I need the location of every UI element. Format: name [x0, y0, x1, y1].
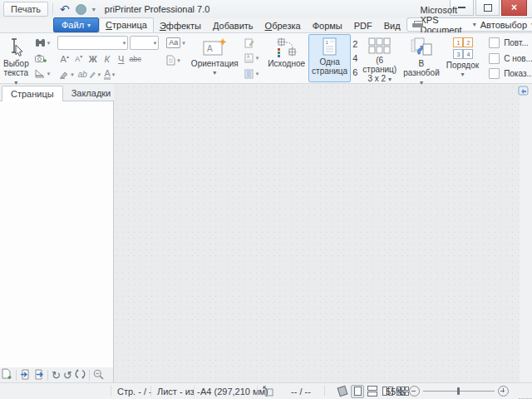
font-group: ▾ ▾ А▴ А▾ Ж К Ч abc ▾	[56, 34, 160, 82]
resize-grip[interactable]	[519, 391, 532, 399]
insert-page-after-button[interactable]	[33, 369, 44, 382]
view-single-page-button[interactable]	[351, 385, 364, 398]
one-page-button[interactable]: 1 Одна страница	[308, 34, 351, 82]
tab-view[interactable]: Вид	[378, 19, 406, 32]
pages-thumbnail-panel[interactable]	[0, 101, 114, 367]
zoom-out-button[interactable]	[93, 369, 104, 382]
panel-toggle-button[interactable]	[518, 86, 530, 96]
zoom-slider-track	[423, 391, 495, 392]
tab-forms[interactable]: Формы	[307, 19, 348, 32]
rotate-180-button[interactable]	[75, 369, 86, 381]
divider	[47, 370, 48, 381]
shuffle-pages-button[interactable]: В разнобой ▾	[400, 34, 443, 82]
ribbon-options-group: Повт... С нов... Показ...	[485, 34, 532, 82]
nup-4-button[interactable]: 4	[352, 53, 357, 63]
redo-icon[interactable]	[76, 4, 86, 15]
find-button[interactable]: ▾	[33, 36, 52, 50]
tab-pdf[interactable]: PDF	[348, 19, 378, 32]
file-menu-button[interactable]: Файл ▾	[53, 17, 99, 32]
chevron-down-icon: ▾	[256, 55, 259, 62]
view-continuous-icon	[367, 386, 377, 397]
nup-2-button[interactable]: 2	[352, 39, 357, 49]
page-order-icon: 1 2 3 4	[453, 37, 471, 59]
tab-effects[interactable]: Эффекты	[154, 19, 207, 32]
view-continuous-button[interactable]	[366, 385, 379, 398]
page-order-button[interactable]: 1 2 3 4 Порядок ▾	[443, 34, 482, 82]
rotate-ccw-button[interactable]: ↺	[63, 370, 72, 381]
tab-insert[interactable]: Добавить	[207, 19, 259, 32]
paper-auto-select[interactable]: Автовыбор	[480, 20, 527, 30]
underline-button[interactable]: Ч	[114, 52, 128, 66]
select-text-button[interactable]: Выбор текста ▾	[0, 34, 32, 82]
tab-page[interactable]: Страница	[99, 17, 154, 32]
checkbox-icon	[489, 53, 500, 64]
checkbox-repeat[interactable]: Повт...	[489, 37, 532, 48]
scrollbar-track[interactable]	[520, 84, 532, 382]
close-button[interactable]: ×	[501, 0, 527, 16]
page-edit-button[interactable]	[243, 36, 261, 50]
pages-grid-button[interactable]: (6 страниц) 3 x 2 ▾	[359, 34, 400, 82]
sidebar-tab-bookmarks[interactable]: Закладки	[63, 86, 120, 101]
maximize-button[interactable]	[475, 0, 500, 16]
quick-print-button[interactable]: Печать	[3, 2, 48, 17]
font-color-button[interactable]: А ▾	[102, 68, 116, 81]
chevron-down-icon[interactable]: ▾	[473, 21, 476, 28]
page-lines-button[interactable]: ▾	[243, 66, 261, 81]
snapshot-button[interactable]	[33, 52, 52, 66]
original-layout-button[interactable]: Исходное	[264, 34, 308, 82]
zoom-slider[interactable]	[423, 383, 495, 399]
crop-mode-button[interactable]	[263, 383, 274, 399]
tab-crop[interactable]: Обрезка	[259, 19, 307, 32]
panel-toggle-icon	[518, 86, 530, 96]
chevron-down-icon: ▾	[123, 40, 126, 47]
checkbox-show[interactable]: Показ...	[489, 68, 532, 79]
app-window: Печать ↶ ▾ priPrinter Professional 7.0 ×…	[0, 0, 532, 399]
strikethrough-button[interactable]: abc	[128, 52, 142, 66]
page-style-button[interactable]: ▾	[165, 53, 187, 67]
view-3d-button[interactable]	[336, 385, 349, 398]
italic-button[interactable]: К	[100, 52, 114, 66]
menubar: Файл ▾ Страница Эффекты Добавить Обрезка…	[0, 18, 532, 32]
sidebar-tab-pages[interactable]: Страницы	[2, 86, 63, 101]
nup-6-button[interactable]: 6	[352, 67, 357, 77]
grow-font-button[interactable]: А▴	[57, 52, 71, 66]
zoom-slider-thumb[interactable]	[457, 387, 460, 395]
font-name-combo[interactable]: ▾	[57, 36, 128, 50]
insert-page-after-icon	[33, 369, 44, 380]
view-3d-icon	[337, 386, 348, 397]
quick-access-dropdown-icon[interactable]: ▾	[92, 6, 96, 13]
text-style-button[interactable]: Аа ▾	[165, 36, 187, 50]
style-mini-group: Аа ▾ ▾	[164, 34, 188, 82]
checkbox-start-new[interactable]: С нов...	[489, 53, 532, 64]
page-header-button[interactable]: A ▾	[243, 52, 261, 66]
insert-page-before-button[interactable]	[20, 369, 31, 382]
page-edit-icon	[244, 38, 254, 48]
divider	[150, 386, 151, 397]
measure-button[interactable]: ▾	[33, 66, 52, 81]
maximize-icon	[484, 4, 492, 12]
original-layout-icon	[276, 37, 298, 57]
rotate-180-icon	[75, 369, 86, 379]
zoom-in-stepper[interactable]	[498, 383, 509, 399]
document-preview-area[interactable]	[114, 84, 532, 382]
caret-up-icon: ▴	[66, 53, 69, 59]
grid-3x2-icon	[368, 37, 392, 54]
shrink-font-button[interactable]: А▾	[71, 52, 86, 66]
new-page-button[interactable]	[2, 368, 12, 382]
chevron-down-icon: ▾	[461, 70, 464, 79]
bold-button[interactable]: Ж	[86, 52, 100, 66]
binoculars-icon	[35, 38, 46, 47]
window-title: priPrinter Professional 7.0	[105, 4, 210, 14]
zoom-level-value: 55%	[386, 383, 404, 399]
zoom-out-stepper[interactable]	[409, 383, 420, 399]
checkbox-icon	[489, 68, 500, 79]
caret-down-icon: ▾	[80, 53, 82, 59]
font-size-combo[interactable]: ▾	[130, 36, 159, 50]
highlighter-button[interactable]: ▾	[57, 68, 76, 81]
rotate-cw-button[interactable]: ↻	[52, 370, 61, 381]
page-lines-icon	[244, 69, 254, 79]
undo-icon[interactable]: ↶	[60, 3, 70, 15]
new-page-icon	[2, 368, 12, 380]
pen-annotate-button[interactable]: ab ▾	[76, 68, 102, 81]
orientation-button[interactable]: A Ориентация ▾	[188, 34, 242, 82]
